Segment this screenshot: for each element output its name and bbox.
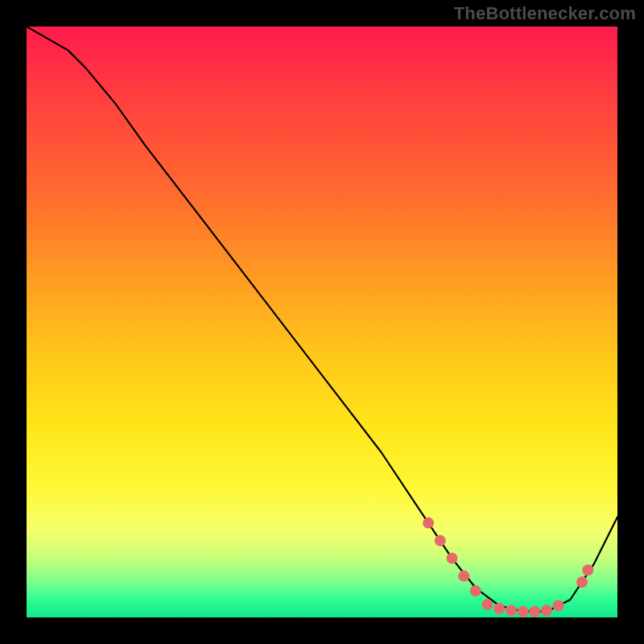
data-marker — [482, 599, 493, 610]
data-marker — [470, 585, 481, 597]
data-marker — [529, 606, 540, 617]
data-marker — [506, 605, 517, 616]
data-marker — [576, 576, 588, 588]
watermark-text: TheBottlenecker.com — [454, 3, 636, 24]
data-marker — [518, 606, 529, 617]
curve-layer — [27, 27, 617, 612]
data-marker — [582, 564, 593, 576]
data-marker — [493, 603, 505, 614]
chart-frame: TheBottlenecker.com — [0, 0, 644, 644]
data-marker — [423, 518, 434, 529]
data-marker — [458, 571, 469, 582]
data-marker — [553, 600, 564, 611]
main-curve — [27, 27, 617, 612]
marker-layer — [423, 518, 593, 617]
chart-svg — [27, 27, 617, 617]
data-marker — [435, 535, 446, 547]
data-marker — [447, 553, 458, 564]
data-marker — [541, 605, 552, 616]
